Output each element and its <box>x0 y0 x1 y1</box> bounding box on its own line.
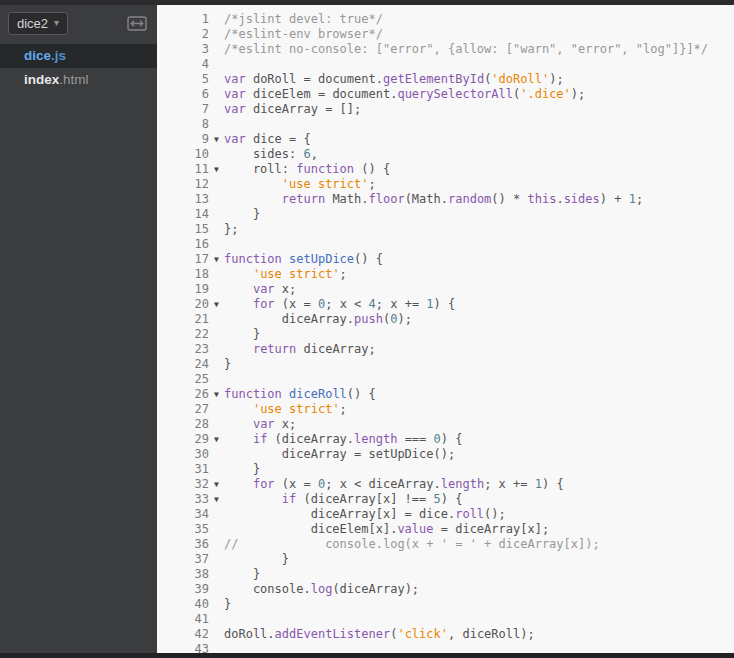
code-line: 30 diceArray = setUpDice(); <box>157 447 734 462</box>
status-bar <box>0 653 734 658</box>
code-line: 38 } <box>157 567 734 582</box>
code-line: 1/*jslint devel: true*/ <box>157 12 734 27</box>
code-text: if (diceArray.length === 0) { <box>224 432 462 446</box>
line-number: 8 <box>157 117 209 132</box>
code-text: diceElem[x].value = diceArray[x]; <box>224 522 549 536</box>
code-text: } <box>224 597 231 611</box>
code-line: 15}; <box>157 222 734 237</box>
code-line: 9▼var dice = { <box>157 132 734 147</box>
code-line: 37 } <box>157 552 734 567</box>
project-name: dice2 <box>17 16 48 31</box>
code-text: return diceArray; <box>224 342 376 356</box>
code-text: function setUpDice() { <box>224 252 383 266</box>
fold-arrow-icon[interactable]: ▼ <box>209 387 224 402</box>
fold-arrow-icon[interactable]: ▼ <box>209 297 224 312</box>
fold-arrow-icon[interactable]: ▼ <box>209 132 224 147</box>
file-name: index <box>24 72 59 87</box>
line-number: 21 <box>157 312 209 327</box>
sidebar-header: dice2 ▾ <box>0 5 157 41</box>
code-line: 24} <box>157 357 734 372</box>
code-text: } <box>224 207 260 221</box>
code-editor[interactable]: 1/*jslint devel: true*/2/*eslint-env bro… <box>157 5 734 653</box>
file-extension: .js <box>51 48 66 63</box>
code-line: 41 <box>157 612 734 627</box>
line-number: 1 <box>157 12 209 27</box>
code-line: 23 return diceArray; <box>157 342 734 357</box>
line-number: 25 <box>157 372 209 387</box>
line-number: 11 <box>157 162 209 177</box>
file-item-index-html[interactable]: index.html <box>0 68 157 92</box>
line-number: 22 <box>157 327 209 342</box>
code-text: for (x = 0; x < 4; x += 1) { <box>224 297 455 311</box>
code-line: 20▼ for (x = 0; x < 4; x += 1) { <box>157 297 734 312</box>
fold-arrow-icon[interactable]: ▼ <box>209 432 224 447</box>
code-text: /*eslint no-console: ["error", {allow: [… <box>224 42 708 56</box>
code-line: 4 <box>157 57 734 72</box>
code-text: doRoll.addEventListener('click', diceRol… <box>224 627 535 641</box>
line-number: 5 <box>157 72 209 87</box>
line-number: 42 <box>157 627 209 642</box>
code-line: 7var diceArray = []; <box>157 102 734 117</box>
line-number: 29 <box>157 432 209 447</box>
line-number: 30 <box>157 447 209 462</box>
code-line: 18 'use strict'; <box>157 267 734 282</box>
code-line: 36// console.log(x + ' = ' + diceArray[x… <box>157 537 734 552</box>
code-line: 3/*eslint no-console: ["error", {allow: … <box>157 42 734 57</box>
code-line: 14 } <box>157 207 734 222</box>
line-number: 12 <box>157 177 209 192</box>
line-number: 43 <box>157 642 209 653</box>
fold-arrow-icon[interactable]: ▼ <box>209 492 224 507</box>
code-line: 10 sides: 6, <box>157 147 734 162</box>
code-text: 'use strict'; <box>224 177 376 191</box>
file-tree: dice.js index.html <box>0 44 157 92</box>
code-text: } <box>224 357 231 371</box>
code-text: var diceElem = document.querySelectorAll… <box>224 87 585 101</box>
code-line: 26▼function diceRoll() { <box>157 387 734 402</box>
code-line: 25 <box>157 372 734 387</box>
code-text: function diceRoll() { <box>224 387 376 401</box>
chevron-down-icon: ▾ <box>54 18 59 28</box>
code-text: var doRoll = document.getElementById('do… <box>224 72 564 86</box>
line-number: 20 <box>157 297 209 312</box>
file-name: dice <box>24 48 51 63</box>
code-line: 31 } <box>157 462 734 477</box>
main-area: dice2 ▾ dice.js index.html <box>0 5 734 653</box>
code-text: diceArray[x] = dice.roll(); <box>224 507 506 521</box>
code-line: 17▼function setUpDice() { <box>157 252 734 267</box>
fold-arrow-icon[interactable]: ▼ <box>209 477 224 492</box>
code-line: 33▼ if (diceArray[x] !== 5) { <box>157 492 734 507</box>
line-number: 27 <box>157 402 209 417</box>
line-number: 33 <box>157 492 209 507</box>
brackets-window: dice2 ▾ dice.js index.html <box>0 0 734 658</box>
code-text: 'use strict'; <box>224 402 347 416</box>
code-line: 40} <box>157 597 734 612</box>
line-number: 36 <box>157 537 209 552</box>
line-number: 31 <box>157 462 209 477</box>
code-line: 28 var x; <box>157 417 734 432</box>
line-number: 19 <box>157 282 209 297</box>
code-line: 5var doRoll = document.getElementById('d… <box>157 72 734 87</box>
line-number: 18 <box>157 267 209 282</box>
line-number: 37 <box>157 552 209 567</box>
line-number: 4 <box>157 57 209 72</box>
split-view-icon[interactable] <box>126 15 148 32</box>
project-dropdown-button[interactable]: dice2 ▾ <box>8 12 68 35</box>
fold-arrow-icon[interactable]: ▼ <box>209 252 224 267</box>
file-item-dice-js[interactable]: dice.js <box>0 44 157 68</box>
file-extension: .html <box>59 72 88 87</box>
code-line: 8 <box>157 117 734 132</box>
code-line: 29▼ if (diceArray.length === 0) { <box>157 432 734 447</box>
code-line: 39 console.log(diceArray); <box>157 582 734 597</box>
code-text: console.log(diceArray); <box>224 582 419 596</box>
project-sidebar: dice2 ▾ dice.js index.html <box>0 5 157 653</box>
code-text: 'use strict'; <box>224 267 347 281</box>
code-line: 11▼ roll: function () { <box>157 162 734 177</box>
fold-arrow-icon[interactable]: ▼ <box>209 162 224 177</box>
line-number: 34 <box>157 507 209 522</box>
code-text: }; <box>224 222 238 236</box>
code-text: } <box>224 552 289 566</box>
code-line: 19 var x; <box>157 282 734 297</box>
line-number: 26 <box>157 387 209 402</box>
code-line: 21 diceArray.push(0); <box>157 312 734 327</box>
code-text: var diceArray = []; <box>224 102 361 116</box>
